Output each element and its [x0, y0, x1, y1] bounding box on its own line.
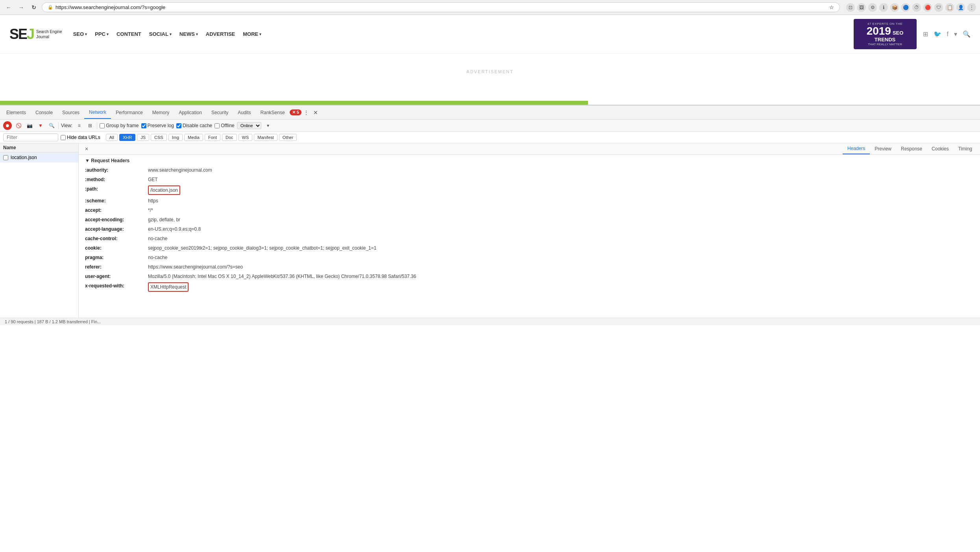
devtools-tab-network[interactable]: Network	[84, 106, 111, 119]
disable-cache-checkbox[interactable]: Disable cache	[176, 123, 212, 128]
settings-icon[interactable]: ⚙	[868, 3, 877, 12]
ext5-icon[interactable]: 📋	[945, 3, 954, 12]
preserve-log-input[interactable]	[141, 123, 146, 128]
filter-input[interactable]	[3, 133, 58, 141]
filter-font[interactable]: Font	[205, 134, 220, 141]
cast-icon[interactable]: ⊡	[846, 3, 855, 12]
file-items: location.json	[0, 152, 78, 163]
filter-css[interactable]: CSS	[151, 134, 167, 141]
header-row: :path:/location.json	[85, 185, 974, 195]
headers-tabs-bar: × HeadersPreviewResponseCookiesTiming	[79, 143, 980, 155]
screenshot-icon[interactable]: 🖼	[857, 3, 866, 12]
filter-img[interactable]: Img	[168, 134, 183, 141]
nav-item-ppc[interactable]: PPC▾	[92, 29, 112, 39]
devtools-tab-memory[interactable]: Memory	[148, 107, 174, 119]
dropbox-icon[interactable]: 📦	[890, 3, 899, 12]
url-bar[interactable]: 🔒 https://www.searchenginejournal.com/?s…	[42, 2, 840, 12]
info-icon[interactable]: ℹ	[879, 3, 888, 12]
header-value: Mozilla/5.0 (Macintosh; Intel Mac OS X 1…	[148, 273, 416, 280]
rss-icon[interactable]: ⊞	[923, 30, 928, 38]
devtools-more-button[interactable]: ⋮	[301, 108, 311, 117]
filter-xhr[interactable]: XHR	[119, 134, 135, 141]
group-by-frame-input[interactable]	[100, 123, 105, 128]
ext1-icon[interactable]: 🔵	[901, 3, 910, 12]
header-key: pragma:	[85, 254, 148, 261]
nav-item-seo[interactable]: SEO▾	[70, 29, 90, 39]
filter-manifest[interactable]: Manifest	[254, 134, 277, 141]
devtools-tab-audits[interactable]: Audits	[233, 107, 255, 119]
forward-button[interactable]: →	[17, 3, 26, 12]
lock-icon: 🔒	[48, 5, 53, 10]
headers-tab-cookies[interactable]: Cookies	[927, 143, 953, 154]
filter-ws[interactable]: WS	[239, 134, 253, 141]
headers-tab-headers[interactable]: Headers	[843, 143, 870, 154]
filter-other[interactable]: Other	[279, 134, 297, 141]
record-stop-button[interactable]: ⏺	[3, 121, 12, 130]
avatar-icon[interactable]: 👤	[956, 3, 965, 12]
header-row: referer:https://www.searchenginejournal.…	[85, 263, 974, 270]
filter-media[interactable]: Media	[184, 134, 203, 141]
header-row: accept-encoding:gzip, deflate, br	[85, 216, 974, 223]
facebook-icon[interactable]: f	[947, 31, 949, 38]
ext3-icon[interactable]: 🔴	[923, 3, 932, 12]
menu-icon[interactable]: ⋮	[967, 3, 976, 12]
devtools-tab-security[interactable]: Security	[207, 107, 233, 119]
view-grid-button[interactable]: ⊞	[86, 121, 94, 130]
preserve-log-checkbox[interactable]: Preserve log	[141, 123, 174, 128]
logo-area[interactable]: SEJ Search Engine Journal	[9, 26, 62, 43]
banner-ad[interactable]: 47 EXPERTS ON THE 2019 SEO TRENDS THAT R…	[854, 19, 917, 49]
request-headers-title[interactable]: ▼ Request Headers	[85, 158, 974, 163]
site-header: SEJ Search Engine Journal SEO▾PPC▾CONTEN…	[0, 15, 980, 54]
file-item[interactable]: location.json	[0, 152, 78, 163]
file-list: Name location.json	[0, 143, 79, 318]
header-row: cache-control:no-cache	[85, 235, 974, 242]
devtools-tab-console[interactable]: Console	[31, 107, 57, 119]
close-panel-button[interactable]: ×	[82, 144, 91, 154]
headers-tab-preview[interactable]: Preview	[870, 143, 896, 154]
disable-cache-input[interactable]	[176, 123, 181, 128]
throttle-select[interactable]: Online	[237, 122, 261, 129]
header-key: :path:	[85, 185, 148, 193]
view-list-button[interactable]: ≡	[75, 121, 83, 130]
headers-tab-response[interactable]: Response	[896, 143, 927, 154]
devtools-tab-performance[interactable]: Performance	[111, 107, 148, 119]
devtools-tab-application[interactable]: Application	[174, 107, 207, 119]
star-icon[interactable]: ☆	[829, 4, 834, 10]
nav-item-more[interactable]: MORE▾	[240, 29, 264, 39]
devtools-close-button[interactable]: ✕	[311, 108, 320, 117]
back-button[interactable]: ←	[4, 3, 13, 12]
reload-button[interactable]: ↻	[29, 3, 39, 12]
hide-data-urls-checkbox[interactable]: Hide data URLs	[61, 135, 100, 140]
ext4-icon[interactable]: 🛡	[934, 3, 943, 12]
offline-checkbox[interactable]: Offline	[214, 123, 234, 128]
header-value: gzip, deflate, br	[148, 216, 180, 223]
ext2-icon[interactable]: ⏱	[912, 3, 921, 12]
banner-year: 2019	[867, 26, 891, 37]
search-network-button[interactable]: 🔍	[47, 121, 56, 130]
offline-input[interactable]	[214, 123, 220, 128]
dropdown-icon[interactable]: ▾	[954, 30, 957, 38]
devtools-tab-ranksense[interactable]: RankSense	[256, 107, 290, 119]
devtools-tab-elements[interactable]: Elements	[2, 107, 31, 119]
nav-item-advertise[interactable]: ADVERTISE	[203, 29, 238, 39]
nav-item-news[interactable]: NEWS▾	[176, 29, 201, 39]
filter-all[interactable]: All	[106, 134, 118, 141]
logo: SEJ	[9, 26, 34, 43]
header-value: */*	[148, 207, 153, 214]
search-icon[interactable]: 🔍	[963, 30, 971, 38]
clear-button[interactable]: 🚫	[14, 121, 23, 130]
headers-tab-timing[interactable]: Timing	[953, 143, 977, 154]
throttle-dropdown-button[interactable]: ▾	[264, 121, 272, 130]
camera-button[interactable]: 📷	[25, 121, 34, 130]
nav-item-social[interactable]: SOCIAL▾	[146, 29, 175, 39]
filter-button[interactable]: ▼	[36, 121, 45, 130]
group-by-frame-checkbox[interactable]: Group by frame	[100, 123, 139, 128]
file-item-checkbox[interactable]	[3, 155, 8, 160]
nav-item-content[interactable]: CONTENT	[113, 29, 144, 39]
filter-buttons: AllXHRJSCSSImgMediaFontDocWSManifestOthe…	[106, 134, 297, 141]
banner-seo: SEO	[893, 30, 903, 36]
filter-js[interactable]: JS	[137, 134, 149, 141]
devtools-tab-sources[interactable]: Sources	[57, 107, 84, 119]
filter-doc[interactable]: Doc	[222, 134, 237, 141]
twitter-icon[interactable]: 🐦	[934, 30, 941, 38]
